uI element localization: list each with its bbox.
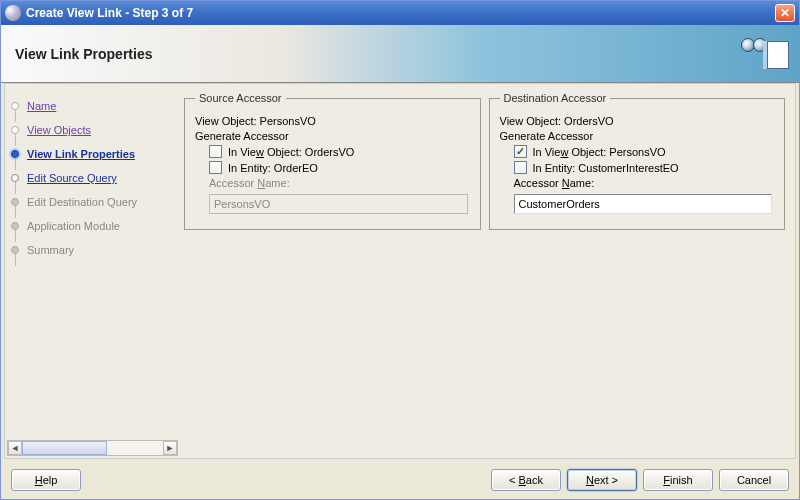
step-application-module: Application Module [11, 214, 174, 238]
step-summary: Summary [11, 238, 174, 262]
step-edit-source-query[interactable]: Edit Source Query [11, 166, 174, 190]
cancel-button[interactable]: Cancel [719, 469, 789, 491]
source-in-view-object-label: In View Object: OrdersVO [228, 146, 354, 158]
app-icon [5, 5, 21, 21]
source-generate-label: Generate Accessor [195, 130, 470, 142]
destination-legend: Destination Accessor [500, 92, 611, 104]
step-dot-icon [11, 126, 19, 134]
source-accessor-name-label: Accessor Name: [209, 177, 470, 189]
header-graphic [729, 31, 789, 75]
nav-scrollbar[interactable]: ◄ ► [7, 440, 178, 456]
destination-in-view-object-row[interactable]: ✓ In View Object: PersonsVO [514, 145, 775, 158]
next-button[interactable]: Next > [567, 469, 637, 491]
page-title: View Link Properties [15, 46, 152, 62]
checkbox-unchecked-icon[interactable] [209, 161, 222, 174]
close-icon: ✕ [780, 6, 790, 20]
source-accessor-group: Source Accessor View Object: PersonsVO G… [184, 92, 481, 230]
destination-accessor-name-input[interactable] [514, 194, 773, 214]
destination-view-object-label: View Object: OrdersVO [500, 115, 775, 127]
step-dot-icon [11, 150, 19, 158]
destination-generate-label: Generate Accessor [500, 130, 775, 142]
header-band: View Link Properties [1, 25, 799, 83]
window-title: Create View Link - Step 3 of 7 [26, 6, 193, 20]
source-accessor-name-input [209, 194, 468, 214]
destination-in-entity-row[interactable]: In Entity: CustomerInterestEO [514, 161, 775, 174]
main-panel: Source Accessor View Object: PersonsVO G… [180, 84, 795, 458]
scroll-right-icon[interactable]: ► [163, 441, 177, 455]
content-area: Name View Objects View Link Properties E… [4, 83, 796, 459]
source-in-entity-row[interactable]: In Entity: OrderEO [209, 161, 470, 174]
scroll-thumb[interactable] [22, 441, 107, 455]
checkbox-checked-icon[interactable]: ✓ [514, 145, 527, 158]
checkbox-unchecked-icon[interactable] [209, 145, 222, 158]
source-in-entity-label: In Entity: OrderEO [228, 162, 318, 174]
checkbox-unchecked-icon[interactable] [514, 161, 527, 174]
step-edit-destination-query: Edit Destination Query [11, 190, 174, 214]
step-dot-icon [11, 222, 19, 230]
source-in-view-object-row[interactable]: In View Object: OrdersVO [209, 145, 470, 158]
close-button[interactable]: ✕ [775, 4, 795, 22]
destination-in-entity-label: In Entity: CustomerInterestEO [533, 162, 679, 174]
step-dot-icon [11, 102, 19, 110]
destination-accessor-name-label: Accessor Name: [514, 177, 775, 189]
scroll-left-icon[interactable]: ◄ [8, 441, 22, 455]
wizard-window: Create View Link - Step 3 of 7 ✕ View Li… [0, 0, 800, 500]
destination-accessor-group: Destination Accessor View Object: Orders… [489, 92, 786, 230]
source-view-object-label: View Object: PersonsVO [195, 115, 470, 127]
step-name[interactable]: Name [11, 94, 174, 118]
footer: Help < Back Next > Finish Cancel [1, 461, 799, 499]
help-button[interactable]: Help [11, 469, 81, 491]
scroll-track[interactable] [22, 441, 163, 455]
back-button[interactable]: < Back [491, 469, 561, 491]
wizard-nav: Name View Objects View Link Properties E… [5, 84, 180, 458]
step-view-link-properties[interactable]: View Link Properties [11, 142, 174, 166]
source-legend: Source Accessor [195, 92, 286, 104]
finish-button[interactable]: Finish [643, 469, 713, 491]
document-icon [767, 41, 789, 69]
step-view-objects[interactable]: View Objects [11, 118, 174, 142]
step-dot-icon [11, 246, 19, 254]
step-dot-icon [11, 174, 19, 182]
titlebar[interactable]: Create View Link - Step 3 of 7 ✕ [1, 1, 799, 25]
step-dot-icon [11, 198, 19, 206]
destination-in-view-object-label: In View Object: PersonsVO [533, 146, 666, 158]
